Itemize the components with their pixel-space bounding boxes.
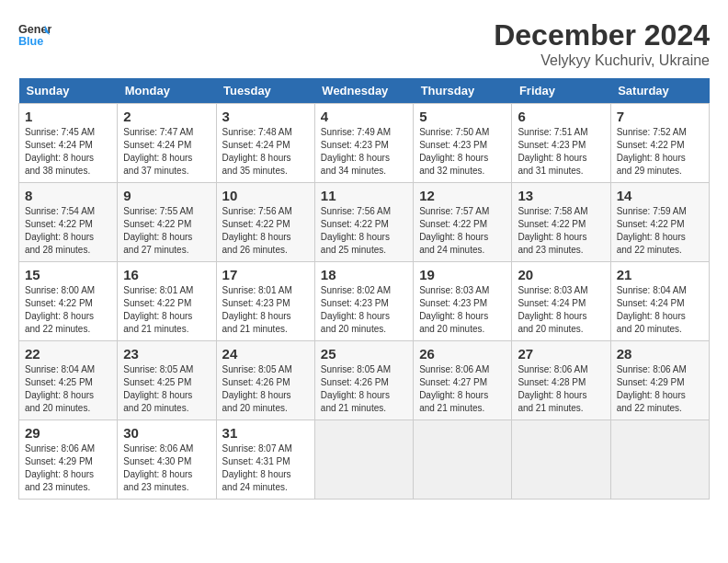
table-row: 18 Sunrise: 8:02 AMSunset: 4:23 PMDaylig… bbox=[314, 262, 413, 341]
main-title: December 2024 bbox=[494, 18, 710, 52]
day-number: 7 bbox=[617, 109, 703, 124]
table-row bbox=[610, 420, 709, 500]
table-row: 10 Sunrise: 7:56 AMSunset: 4:22 PMDaylig… bbox=[216, 183, 314, 262]
table-row: 5 Sunrise: 7:50 AMSunset: 4:23 PMDayligh… bbox=[414, 104, 512, 183]
day-number: 30 bbox=[123, 425, 210, 441]
day-number: 5 bbox=[419, 109, 506, 124]
calendar-week-5: 29 Sunrise: 8:06 AMSunset: 4:29 PMDaylig… bbox=[19, 420, 710, 500]
table-row bbox=[512, 420, 610, 500]
day-number: 20 bbox=[518, 267, 604, 282]
day-number: 22 bbox=[25, 346, 111, 362]
day-info: Sunrise: 8:02 AMSunset: 4:23 PMDaylight:… bbox=[321, 285, 391, 334]
day-info: Sunrise: 8:03 AMSunset: 4:24 PMDaylight:… bbox=[518, 285, 587, 334]
day-info: Sunrise: 8:06 AMSunset: 4:30 PMDaylight:… bbox=[123, 443, 193, 492]
calendar-week-2: 8 Sunrise: 7:54 AMSunset: 4:22 PMDayligh… bbox=[19, 183, 710, 262]
table-row: 11 Sunrise: 7:56 AMSunset: 4:22 PMDaylig… bbox=[314, 183, 413, 262]
day-info: Sunrise: 8:06 AMSunset: 4:28 PMDaylight:… bbox=[518, 364, 587, 413]
day-number: 18 bbox=[321, 267, 407, 282]
table-row: 1 Sunrise: 7:45 AMSunset: 4:24 PMDayligh… bbox=[19, 104, 118, 183]
col-sunday: Sunday bbox=[19, 78, 118, 104]
table-row bbox=[414, 420, 512, 500]
table-row: 19 Sunrise: 8:03 AMSunset: 4:23 PMDaylig… bbox=[414, 262, 512, 341]
col-thursday: Thursday bbox=[414, 78, 512, 104]
day-info: Sunrise: 7:49 AMSunset: 4:23 PMDaylight:… bbox=[321, 127, 391, 176]
day-number: 8 bbox=[25, 188, 111, 203]
day-info: Sunrise: 7:52 AMSunset: 4:22 PMDaylight:… bbox=[617, 127, 687, 176]
day-info: Sunrise: 7:59 AMSunset: 4:22 PMDaylight:… bbox=[617, 206, 687, 255]
col-monday: Monday bbox=[118, 78, 216, 104]
table-row: 27 Sunrise: 8:06 AMSunset: 4:28 PMDaylig… bbox=[512, 341, 610, 420]
day-number: 2 bbox=[123, 109, 210, 124]
table-row: 21 Sunrise: 8:04 AMSunset: 4:24 PMDaylig… bbox=[610, 262, 709, 341]
day-info: Sunrise: 8:04 AMSunset: 4:25 PMDaylight:… bbox=[25, 364, 95, 413]
table-row bbox=[314, 420, 413, 500]
subtitle: Velykyy Kuchuriv, Ukraine bbox=[494, 52, 710, 69]
table-row: 14 Sunrise: 7:59 AMSunset: 4:22 PMDaylig… bbox=[610, 183, 709, 262]
table-row: 4 Sunrise: 7:49 AMSunset: 4:23 PMDayligh… bbox=[314, 104, 413, 183]
day-info: Sunrise: 8:05 AMSunset: 4:26 PMDaylight:… bbox=[222, 364, 292, 413]
table-row: 9 Sunrise: 7:55 AMSunset: 4:22 PMDayligh… bbox=[118, 183, 216, 262]
table-row: 15 Sunrise: 8:00 AMSunset: 4:22 PMDaylig… bbox=[19, 262, 118, 341]
page-header: General Blue December 2024 Velykyy Kuchu… bbox=[18, 18, 710, 69]
table-row: 24 Sunrise: 8:05 AMSunset: 4:26 PMDaylig… bbox=[216, 341, 314, 420]
day-number: 28 bbox=[617, 346, 703, 362]
table-row: 8 Sunrise: 7:54 AMSunset: 4:22 PMDayligh… bbox=[19, 183, 118, 262]
day-number: 24 bbox=[222, 346, 309, 362]
day-number: 23 bbox=[123, 346, 210, 362]
day-info: Sunrise: 8:04 AMSunset: 4:24 PMDaylight:… bbox=[617, 285, 687, 334]
day-number: 17 bbox=[222, 267, 309, 282]
day-info: Sunrise: 7:57 AMSunset: 4:22 PMDaylight:… bbox=[419, 206, 489, 255]
col-saturday: Saturday bbox=[610, 78, 709, 104]
table-row: 20 Sunrise: 8:03 AMSunset: 4:24 PMDaylig… bbox=[512, 262, 610, 341]
day-info: Sunrise: 8:00 AMSunset: 4:22 PMDaylight:… bbox=[25, 285, 95, 334]
day-info: Sunrise: 7:51 AMSunset: 4:23 PMDaylight:… bbox=[518, 127, 587, 176]
day-info: Sunrise: 7:55 AMSunset: 4:22 PMDaylight:… bbox=[123, 206, 193, 255]
table-row: 6 Sunrise: 7:51 AMSunset: 4:23 PMDayligh… bbox=[512, 104, 610, 183]
day-info: Sunrise: 7:56 AMSunset: 4:22 PMDaylight:… bbox=[321, 206, 391, 255]
day-number: 19 bbox=[419, 267, 506, 282]
table-row: 30 Sunrise: 8:06 AMSunset: 4:30 PMDaylig… bbox=[118, 420, 216, 500]
day-number: 3 bbox=[222, 109, 309, 124]
day-number: 27 bbox=[518, 346, 604, 362]
day-info: Sunrise: 8:05 AMSunset: 4:26 PMDaylight:… bbox=[321, 364, 391, 413]
day-info: Sunrise: 8:03 AMSunset: 4:23 PMDaylight:… bbox=[419, 285, 489, 334]
col-wednesday: Wednesday bbox=[314, 78, 413, 104]
day-info: Sunrise: 7:54 AMSunset: 4:22 PMDaylight:… bbox=[25, 206, 95, 255]
svg-text:Blue: Blue bbox=[18, 35, 43, 48]
table-row: 13 Sunrise: 7:58 AMSunset: 4:22 PMDaylig… bbox=[512, 183, 610, 262]
day-number: 4 bbox=[321, 109, 407, 124]
table-row: 25 Sunrise: 8:05 AMSunset: 4:26 PMDaylig… bbox=[314, 341, 413, 420]
day-info: Sunrise: 7:45 AMSunset: 4:24 PMDaylight:… bbox=[25, 127, 95, 176]
day-info: Sunrise: 7:47 AMSunset: 4:24 PMDaylight:… bbox=[123, 127, 193, 176]
logo-icon: General Blue bbox=[18, 18, 51, 52]
day-info: Sunrise: 7:58 AMSunset: 4:22 PMDaylight:… bbox=[518, 206, 587, 255]
day-info: Sunrise: 8:06 AMSunset: 4:27 PMDaylight:… bbox=[419, 364, 489, 413]
table-row: 17 Sunrise: 8:01 AMSunset: 4:23 PMDaylig… bbox=[216, 262, 314, 341]
calendar-week-4: 22 Sunrise: 8:04 AMSunset: 4:25 PMDaylig… bbox=[19, 341, 710, 420]
day-number: 16 bbox=[123, 267, 210, 282]
day-number: 6 bbox=[518, 109, 604, 124]
day-number: 21 bbox=[617, 267, 703, 282]
day-info: Sunrise: 7:50 AMSunset: 4:23 PMDaylight:… bbox=[419, 127, 489, 176]
day-number: 29 bbox=[25, 425, 111, 441]
title-block: December 2024 Velykyy Kuchuriv, Ukraine bbox=[494, 18, 710, 69]
day-info: Sunrise: 7:48 AMSunset: 4:24 PMDaylight:… bbox=[222, 127, 292, 176]
day-number: 26 bbox=[419, 346, 506, 362]
table-row: 31 Sunrise: 8:07 AMSunset: 4:31 PMDaylig… bbox=[216, 420, 314, 500]
logo: General Blue bbox=[18, 18, 51, 52]
table-row: 23 Sunrise: 8:05 AMSunset: 4:25 PMDaylig… bbox=[118, 341, 216, 420]
day-info: Sunrise: 8:01 AMSunset: 4:22 PMDaylight:… bbox=[123, 285, 193, 334]
day-number: 13 bbox=[518, 188, 604, 203]
col-tuesday: Tuesday bbox=[216, 78, 314, 104]
day-info: Sunrise: 8:01 AMSunset: 4:23 PMDaylight:… bbox=[222, 285, 292, 334]
day-number: 25 bbox=[321, 346, 407, 362]
day-info: Sunrise: 8:05 AMSunset: 4:25 PMDaylight:… bbox=[123, 364, 193, 413]
day-number: 31 bbox=[222, 425, 309, 441]
day-info: Sunrise: 8:07 AMSunset: 4:31 PMDaylight:… bbox=[222, 443, 292, 492]
day-number: 9 bbox=[123, 188, 210, 203]
table-row: 26 Sunrise: 8:06 AMSunset: 4:27 PMDaylig… bbox=[414, 341, 512, 420]
table-row: 29 Sunrise: 8:06 AMSunset: 4:29 PMDaylig… bbox=[19, 420, 118, 500]
table-row: 22 Sunrise: 8:04 AMSunset: 4:25 PMDaylig… bbox=[19, 341, 118, 420]
day-number: 14 bbox=[617, 188, 703, 203]
calendar-table: Sunday Monday Tuesday Wednesday Thursday… bbox=[18, 78, 710, 500]
